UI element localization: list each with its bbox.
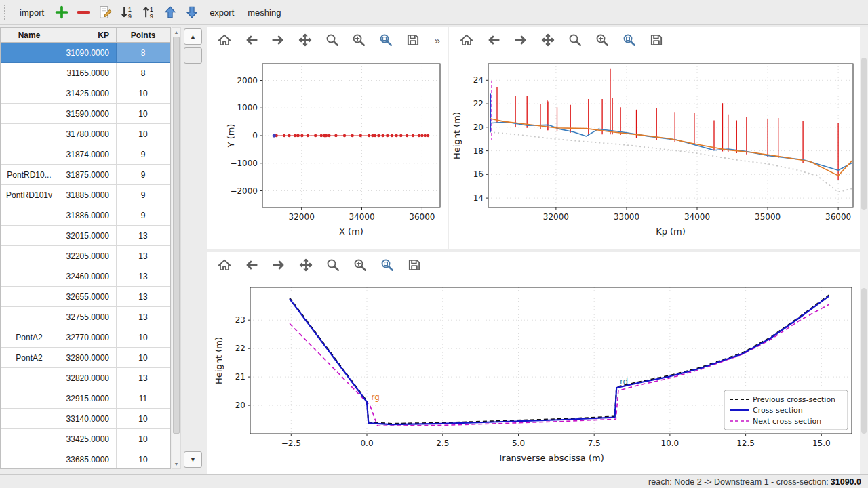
points-cell[interactable]: 13 (117, 368, 170, 388)
zoom-in-button[interactable] (593, 30, 612, 49)
move-up-button[interactable] (161, 3, 180, 22)
back-button[interactable] (484, 30, 503, 49)
table-row[interactable]: 32655.000013 (1, 287, 170, 307)
save-button[interactable] (405, 256, 424, 274)
sort-descending-button[interactable]: 19 (117, 3, 136, 22)
table-row[interactable]: 31886.00009 (1, 205, 170, 226)
column-header-points[interactable]: Points (117, 28, 170, 42)
name-cell[interactable] (1, 226, 58, 246)
zoom-in-button[interactable] (350, 30, 369, 49)
import-button[interactable]: import (14, 4, 50, 21)
name-cell[interactable] (1, 43, 58, 63)
points-cell[interactable]: 10 (117, 348, 170, 368)
zoom-region-button[interactable] (620, 30, 639, 49)
back-button[interactable] (242, 256, 261, 274)
name-cell[interactable]: PontA2 (1, 327, 58, 348)
column-header-kp[interactable]: KP (58, 28, 117, 42)
kp-cell[interactable]: 32205.0000 (58, 246, 117, 266)
points-cell[interactable]: 10 (117, 409, 170, 429)
name-cell[interactable] (1, 429, 58, 449)
delete-cross-section-button[interactable] (74, 3, 93, 22)
name-cell[interactable] (1, 307, 58, 327)
points-cell[interactable]: 10 (117, 327, 170, 348)
kp-cell[interactable]: 33140.0000 (58, 409, 117, 429)
kp-cell[interactable]: 32460.0000 (58, 266, 117, 287)
toolbar-overflow-button[interactable]: » (431, 35, 444, 46)
table-row[interactable]: 33425.000010 (1, 429, 170, 449)
points-cell[interactable]: 9 (117, 165, 170, 185)
name-cell[interactable] (1, 104, 58, 124)
name-cell[interactable] (1, 83, 58, 104)
column-header-name[interactable]: Name (1, 28, 58, 42)
name-cell[interactable]: PontRD101v (1, 185, 58, 205)
name-cell[interactable] (1, 124, 58, 144)
points-cell[interactable]: 8 (117, 43, 170, 63)
table-row[interactable]: 32015.000013 (1, 226, 170, 246)
points-cell[interactable]: 13 (117, 246, 170, 266)
zoom-button[interactable] (323, 30, 342, 49)
move-down-button[interactable] (182, 3, 201, 22)
kp-cell[interactable]: 33425.0000 (58, 429, 117, 449)
kp-cell[interactable]: 31165.0000 (58, 63, 117, 83)
points-cell[interactable]: 13 (117, 226, 170, 246)
name-cell[interactable] (1, 246, 58, 266)
table-row[interactable]: 31165.00008 (1, 63, 170, 83)
table-row[interactable]: 32755.000013 (1, 307, 170, 327)
kp-cell[interactable]: 31780.0000 (58, 124, 117, 144)
edit-cross-section-button[interactable] (96, 3, 115, 22)
zoom-button[interactable] (323, 256, 342, 274)
points-cell[interactable]: 10 (117, 104, 170, 124)
kp-cell[interactable]: 32915.0000 (58, 388, 117, 409)
panel-scroll-down-button[interactable]: ▼ (184, 451, 202, 468)
table-row[interactable]: PontRD101v31885.00009 (1, 185, 170, 205)
name-cell[interactable] (1, 63, 58, 83)
points-cell[interactable]: 13 (117, 287, 170, 307)
panel-scrollbar[interactable]: ▲ ▼ (183, 27, 203, 469)
name-cell[interactable] (1, 449, 58, 469)
points-cell[interactable]: 10 (117, 124, 170, 144)
table-row[interactable]: 31590.000010 (1, 104, 170, 124)
plots-scrollbar[interactable] (860, 27, 868, 474)
save-button[interactable] (647, 30, 666, 49)
points-cell[interactable]: 10 (117, 429, 170, 449)
plan-view-chart[interactable]: 320003400036000−2000−1000010002000X (m)Y… (207, 53, 448, 247)
back-button[interactable] (242, 30, 261, 49)
kp-cell[interactable]: 31590.0000 (58, 104, 117, 124)
table-row[interactable]: 32460.000013 (1, 266, 170, 287)
pan-button[interactable] (538, 30, 557, 49)
table-scrollbar[interactable]: ▲ ▼ (172, 27, 181, 469)
name-cell[interactable] (1, 368, 58, 388)
table-row[interactable]: 33685.000010 (1, 449, 170, 469)
name-cell[interactable] (1, 205, 58, 226)
toolbar-handle[interactable] (4, 5, 9, 20)
points-cell[interactable]: 11 (117, 388, 170, 409)
kp-cell[interactable]: 31874.0000 (58, 144, 117, 165)
home-button[interactable] (215, 30, 234, 49)
name-cell[interactable] (1, 266, 58, 287)
name-cell[interactable]: PontRD10... (1, 165, 58, 185)
points-cell[interactable]: 9 (117, 205, 170, 226)
kp-cell[interactable]: 32015.0000 (58, 226, 117, 246)
table-scrollbar-thumb[interactable] (173, 37, 180, 434)
home-button[interactable] (215, 256, 234, 274)
name-cell[interactable] (1, 409, 58, 429)
table-row[interactable]: 31874.00009 (1, 144, 170, 165)
save-button[interactable] (403, 30, 422, 49)
export-button[interactable]: export (204, 4, 239, 21)
plots-scrollbar-thumb-bottom[interactable] (861, 288, 867, 434)
zoom-region-button[interactable] (378, 256, 397, 274)
table-row[interactable]: 31425.000010 (1, 83, 170, 104)
panel-scrollbar-thumb[interactable] (184, 47, 202, 64)
name-cell[interactable] (1, 388, 58, 409)
name-cell[interactable]: PontA2 (1, 348, 58, 368)
points-cell[interactable]: 10 (117, 83, 170, 104)
forward-button[interactable] (269, 30, 288, 49)
sort-ascending-button[interactable]: 19 (139, 3, 158, 22)
forward-button[interactable] (511, 30, 530, 49)
kp-cell[interactable]: 31875.0000 (58, 165, 117, 185)
table-row[interactable]: 33140.000010 (1, 409, 170, 429)
table-row[interactable]: 32915.000011 (1, 388, 170, 409)
zoom-in-button[interactable] (351, 256, 370, 274)
kp-cell[interactable]: 31885.0000 (58, 185, 117, 205)
table-row[interactable]: PontA232800.000010 (1, 348, 170, 368)
